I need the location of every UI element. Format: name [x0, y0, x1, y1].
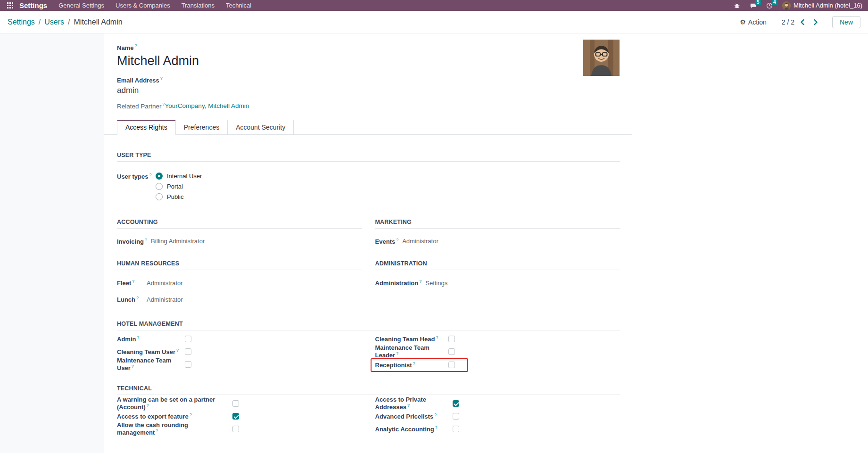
checkbox-admin[interactable] — [185, 336, 191, 342]
check-row-private-addresses: Access to Private Addresses? — [375, 397, 620, 410]
checkbox-analytic-accounting[interactable] — [453, 426, 459, 432]
menu-users-companies[interactable]: Users & Companies — [110, 0, 176, 11]
help-icon: ? — [132, 364, 134, 369]
help-icon: ? — [136, 296, 139, 300]
tab-access-rights[interactable]: Access Rights — [117, 120, 176, 135]
section-divider — [117, 161, 620, 162]
field-label: Invoicing? — [117, 238, 147, 245]
related-partner-field: Related Partner? YourCompany, Mitchell A… — [117, 102, 620, 110]
checkbox-cleaning-team-head[interactable] — [448, 336, 455, 342]
help-icon: ? — [149, 173, 151, 177]
field-label: Administration? — [375, 279, 422, 287]
technical-columns: A warning can be set on a partner (Accou… — [117, 395, 620, 436]
app-name[interactable]: Settings — [17, 1, 53, 9]
field-value[interactable]: Administrator — [147, 296, 183, 303]
tab-account-security[interactable]: Account Security — [227, 120, 294, 134]
left-margin — [0, 33, 104, 453]
pager-next-button[interactable] — [810, 18, 821, 26]
checkbox-label: Advanced Pricelists? — [375, 412, 453, 420]
checkbox-cleaning-team-user[interactable] — [185, 348, 191, 355]
section-hotel-management: HOTEL MANAGEMENT Admin? Cleaning Team Us… — [117, 321, 620, 372]
field-value[interactable]: Billing Administrator — [151, 238, 205, 245]
new-button[interactable]: New — [832, 16, 860, 28]
name-value[interactable]: Mitchell Admin — [117, 53, 620, 68]
field-label: Fleet? — [117, 279, 143, 287]
hotel-right-column: Cleaning Team Head? Maintenance Team Lea… — [375, 330, 620, 372]
help-icon: ? — [176, 348, 179, 353]
breadcrumb: Settings / Users / Mitchell Admin — [8, 18, 123, 26]
checkbox-export-feature[interactable] — [232, 413, 239, 420]
gear-icon: ⚙ — [740, 18, 746, 26]
control-panel: Settings / Users / Mitchell Admin ⚙ Acti… — [0, 11, 868, 33]
menu-general-settings[interactable]: General Settings — [53, 0, 110, 11]
user-photo[interactable] — [583, 40, 620, 76]
top-navbar: Settings General Settings Users & Compan… — [0, 0, 868, 11]
user-types-label: User types? — [117, 173, 152, 204]
name-field: Name? Mitchell Admin — [117, 43, 620, 69]
radio-icon[interactable] — [156, 173, 163, 180]
debug-bug-icon[interactable] — [734, 2, 740, 9]
radio-icon[interactable] — [156, 193, 163, 200]
apps-menu-button[interactable] — [4, 2, 17, 8]
help-icon: ? — [434, 412, 437, 417]
help-icon: ? — [137, 335, 139, 340]
checkbox-maintenance-team-user[interactable] — [185, 361, 191, 368]
related-partner-link[interactable]: YourCompany, Mitchell Admin — [165, 102, 249, 109]
group-accounting: ACCOUNTING Invoicing? Billing Administra… — [117, 219, 362, 245]
field-events: Events? Administrator — [375, 238, 620, 245]
radio-icon[interactable] — [156, 183, 163, 190]
radio-portal[interactable]: Portal — [156, 183, 202, 190]
chevron-right-icon — [813, 19, 818, 25]
email-field: Email Address? admin — [117, 76, 620, 95]
breadcrumb-current: Mitchell Admin — [74, 18, 123, 26]
help-icon: ? — [134, 43, 137, 48]
checkbox-cash-rounding[interactable] — [232, 426, 239, 432]
checkbox-advanced-pricelists[interactable] — [453, 413, 459, 420]
field-label: Events? — [375, 238, 399, 245]
chevron-left-icon — [800, 19, 805, 25]
pager-previous-button[interactable] — [797, 18, 808, 26]
breadcrumb-settings[interactable]: Settings — [8, 18, 35, 26]
checkbox-receptionist[interactable] — [448, 362, 455, 368]
radio-internal-user[interactable]: Internal User — [156, 173, 202, 180]
checkbox-private-addresses[interactable] — [453, 400, 459, 407]
checkbox-maintenance-team-leader[interactable] — [448, 348, 455, 355]
breadcrumb-separator: / — [39, 18, 41, 26]
section-divider — [375, 270, 620, 270]
section-title: USER TYPE — [117, 152, 620, 158]
check-row-maintenance-team-leader: Maintenance Team Leader? — [375, 346, 620, 358]
action-menu-button[interactable]: ⚙ Action — [740, 18, 766, 26]
checkbox-warning-partner[interactable] — [232, 400, 239, 407]
activities-clock-icon[interactable]: 4 — [766, 2, 773, 9]
technical-right-column: Access to Private Addresses? Advanced Pr… — [375, 395, 620, 436]
action-label: Action — [748, 18, 767, 26]
breadcrumb-users[interactable]: Users — [44, 18, 64, 26]
email-value[interactable]: admin — [117, 86, 620, 95]
section-divider — [117, 228, 362, 229]
checkbox-label: Cleaning Team User? — [117, 348, 185, 355]
field-value[interactable]: Administrator — [402, 238, 438, 245]
checkbox-label: Analytic Accounting? — [375, 425, 453, 433]
menu-translations[interactable]: Translations — [176, 0, 220, 11]
field-label: Lunch? — [117, 296, 143, 303]
user-name: Mitchell Admin (hotel_16) — [794, 2, 862, 9]
user-types-field: User types? Internal User Portal Public — [117, 173, 620, 204]
check-row-warning-partner: A warning can be set on a partner (Accou… — [117, 397, 362, 410]
apps-grid-icon — [7, 2, 13, 8]
help-icon: ? — [435, 425, 438, 430]
messages-icon[interactable]: 5 — [750, 2, 757, 9]
notebook-tabs: Access Rights Preferences Account Securi… — [104, 120, 632, 135]
field-lunch: Lunch? Administrator — [117, 296, 362, 303]
section-title: TECHNICAL — [117, 385, 620, 392]
tab-preferences[interactable]: Preferences — [175, 120, 228, 134]
checkbox-label: Maintenance Team Leader? — [375, 344, 448, 359]
field-value[interactable]: Settings — [425, 280, 447, 287]
user-menu[interactable]: Mitchell Admin (hotel_16) — [777, 1, 864, 10]
check-row-analytic-accounting: Analytic Accounting? — [375, 423, 620, 436]
field-value[interactable]: Administrator — [147, 280, 183, 287]
related-partner-label: Related Partner? — [117, 102, 165, 110]
radio-public[interactable]: Public — [156, 193, 202, 200]
menu-technical[interactable]: Technical — [220, 0, 257, 11]
section-divider — [375, 228, 620, 229]
section-technical: TECHNICAL A warning can be set on a part… — [117, 385, 620, 436]
